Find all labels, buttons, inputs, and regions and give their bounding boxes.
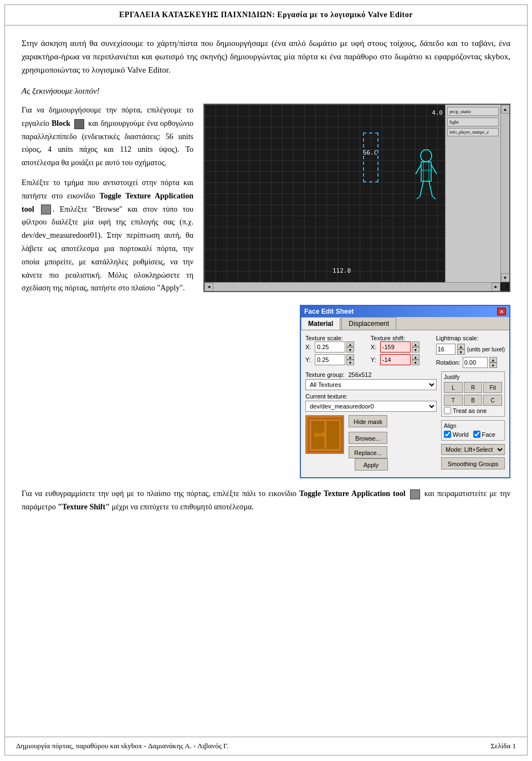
shift-x-label: X: xyxy=(371,344,378,350)
lightmap-input[interactable] xyxy=(436,344,456,355)
dialog-close-button[interactable]: ✕ xyxy=(497,308,506,315)
lightmap-spinner: ▲ ▼ xyxy=(457,344,465,355)
vertical-scrollbar[interactable]: ▲ ▼ xyxy=(500,105,509,282)
shift-x-spinner: ▲ ▼ xyxy=(412,341,420,353)
rot-spin-up[interactable]: ▲ xyxy=(489,357,497,362)
scroll-down-btn[interactable]: ▼ xyxy=(501,273,510,282)
justify-fit-btn[interactable]: Fit xyxy=(483,382,502,393)
texture-group-label: Texture group: 256x512 xyxy=(305,371,437,378)
justify-buttons-row2: T B C xyxy=(444,395,502,406)
scale-y-label: Y: xyxy=(305,356,313,363)
upper-row: Texture scale: X: ▲ ▼ Y: xyxy=(305,335,505,368)
texture-group-dropdown[interactable]: All Textures xyxy=(305,379,437,390)
scale-y-spinner: ▲ ▼ xyxy=(346,354,354,365)
mode-section: Mode: Lift+Select xyxy=(441,444,505,455)
smoothing-groups-button[interactable]: Smoothing Groups xyxy=(441,457,505,469)
align-face-label[interactable]: Face xyxy=(473,431,495,438)
justify-r-btn[interactable]: R xyxy=(464,382,483,393)
shift-x-spin-dn[interactable]: ▼ xyxy=(412,347,420,353)
justify-buttons-row1: L R Fit xyxy=(444,382,502,393)
shift-y-spinner: ▲ ▼ xyxy=(412,354,420,365)
shift-x-input[interactable] xyxy=(380,341,411,353)
shift-y-input[interactable] xyxy=(380,354,411,365)
texture-shift-label: Texture shift: xyxy=(371,335,431,341)
current-texture-dropdown[interactable]: dev/dev_measuredoor0 xyxy=(305,401,437,412)
lm-spin-dn[interactable]: ▼ xyxy=(457,349,465,355)
rotation-label: Rotation: xyxy=(436,359,461,366)
svg-text:DOOR: DOOR xyxy=(314,433,325,438)
scale-x-input[interactable] xyxy=(315,341,345,353)
treat-as-one-checkbox[interactable] xyxy=(444,407,451,414)
apply-btn-area: Apply xyxy=(305,458,437,471)
texture-info-col: Texture group: 256x512 All Textures Curr… xyxy=(305,371,437,473)
bottom-section: Για να ευθυγραμμίσετε την υφή με το πλαί… xyxy=(22,487,510,514)
align-face-text: Face xyxy=(482,431,495,438)
scale-x-label: X: xyxy=(305,344,313,350)
justify-section: Justify L R Fit T B C xyxy=(441,371,505,417)
middle-section: Texture group: 256x512 All Textures Curr… xyxy=(305,371,505,473)
right-column: 4.0 56.C 112.0 xyxy=(203,104,510,295)
texture-group-row: Texture group: 256x512 All Textures xyxy=(305,371,437,390)
svg-line-5 xyxy=(429,181,432,196)
tab-material[interactable]: Material xyxy=(301,317,340,330)
svg-rect-1 xyxy=(421,162,431,181)
scale-x-spin-dn[interactable]: ▼ xyxy=(346,347,354,353)
left-para1: Για να δημιουργήσουμε την πόρτα, επιλέγο… xyxy=(22,104,193,170)
svg-line-4 xyxy=(420,181,423,196)
right-side-panel: prcp_static light info_player_stampc_z xyxy=(445,105,500,282)
two-column-section: Για να δημιουργήσουμε την πόρτα, επιλέγο… xyxy=(22,104,510,295)
justify-b-btn[interactable]: B xyxy=(464,395,483,406)
shift-y-spin-up[interactable]: ▲ xyxy=(412,354,420,360)
intro-paragraph: Στην άσκηση αυτή θα συνεχίσουμε το χάρτη… xyxy=(22,37,510,76)
shift-x-spin-up[interactable]: ▲ xyxy=(412,341,420,347)
texture-thumbnail: DOOR xyxy=(305,415,344,454)
shift-y-spin-dn[interactable]: ▼ xyxy=(412,360,420,365)
svg-line-6 xyxy=(417,196,420,199)
svg-line-3 xyxy=(431,165,437,174)
scroll-right-btn[interactable]: ► xyxy=(492,283,500,292)
lm-spin-up[interactable]: ▲ xyxy=(457,344,465,349)
scale-y-spin-dn[interactable]: ▼ xyxy=(346,360,354,365)
scroll-left-btn[interactable]: ◄ xyxy=(204,283,213,292)
tab-displacement[interactable]: Displacement xyxy=(341,317,396,330)
scroll-up-btn[interactable]: ▲ xyxy=(501,105,510,114)
left-column: Για να δημιουργήσουμε την πόρτα, επιλέγο… xyxy=(22,104,193,295)
svg-line-2 xyxy=(416,165,421,174)
apply-button[interactable]: Apply xyxy=(355,458,388,471)
svg-rect-14 xyxy=(326,421,339,449)
shift-y-label: Y: xyxy=(371,356,378,363)
rotation-spinner: ▲ ▼ xyxy=(489,357,497,368)
door-block xyxy=(363,132,378,182)
replace-button[interactable]: Replace... xyxy=(349,446,387,458)
panel-item-1: prcp_static xyxy=(447,107,499,116)
align-label: Align xyxy=(444,423,502,429)
toggle-texture-icon-2 xyxy=(410,489,420,499)
texture-scale-section: Texture scale: X: ▲ ▼ Y: xyxy=(305,335,365,368)
page-footer: Δημιουργία πόρτας, παραθύρου και skybox … xyxy=(5,737,527,755)
rotation-input[interactable] xyxy=(463,357,488,368)
treat-as-one-row: Treat as one xyxy=(444,407,502,414)
lightmap-val-row: ▲ ▼ (units per luxel) xyxy=(436,344,505,355)
face-edit-sheet-dialog: Face Edit Sheet ✕ Material Displacement … xyxy=(300,305,510,478)
align-world-checkbox[interactable] xyxy=(444,431,451,438)
texture-preview-svg: DOOR xyxy=(306,416,344,454)
align-world-label[interactable]: World xyxy=(444,431,469,438)
mode-dropdown[interactable]: Mode: Lift+Select xyxy=(441,444,505,455)
hide-mask-button[interactable]: Hide mask xyxy=(349,415,387,427)
rot-spin-dn[interactable]: ▼ xyxy=(489,362,497,368)
scale-y-input[interactable] xyxy=(315,354,345,365)
scale-x-spin-up[interactable]: ▲ xyxy=(346,341,354,347)
align-face-checkbox[interactable] xyxy=(473,431,480,438)
panel-item-3: info_player_stampc_z xyxy=(447,128,499,136)
horizontal-scrollbar[interactable]: ◄ ► xyxy=(204,282,500,291)
block-tool-icon xyxy=(74,119,84,129)
align-checkboxes: World Face xyxy=(444,431,502,438)
justify-l-btn[interactable]: L xyxy=(444,382,463,393)
scale-x-row: X: ▲ ▼ xyxy=(305,341,365,353)
justify-t-btn[interactable]: T xyxy=(444,395,463,406)
footer-left: Δημιουργία πόρτας, παραθύρου και skybox … xyxy=(16,742,228,750)
panel-item-2: light xyxy=(447,118,499,126)
justify-c-btn[interactable]: C xyxy=(483,395,502,406)
scale-y-spin-up[interactable]: ▲ xyxy=(346,354,354,360)
browse-button[interactable]: Browse... xyxy=(349,432,387,444)
